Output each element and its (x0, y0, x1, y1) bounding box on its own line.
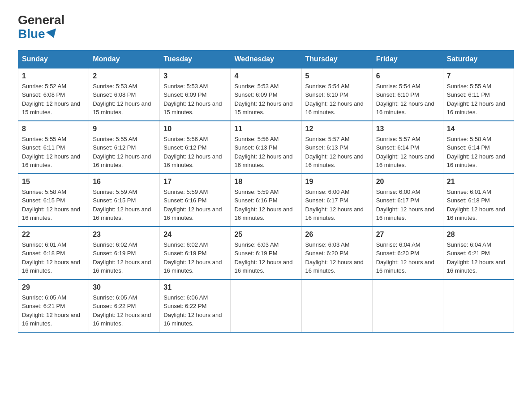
day-info: Sunrise: 5:54 AMSunset: 6:10 PMDaylight:… (376, 83, 434, 116)
calendar-cell: 21 Sunrise: 6:01 AMSunset: 6:18 PMDaylig… (443, 174, 514, 227)
day-info: Sunrise: 6:04 AMSunset: 6:20 PMDaylight:… (376, 241, 434, 274)
day-number: 15 (22, 178, 85, 186)
day-number: 16 (93, 178, 156, 186)
calendar-week-row: 29 Sunrise: 6:05 AMSunset: 6:21 PMDaylig… (18, 279, 514, 332)
header-sunday: Sunday (18, 50, 89, 68)
day-info: Sunrise: 5:54 AMSunset: 6:10 PMDaylight:… (305, 83, 364, 116)
calendar-cell: 15 Sunrise: 5:58 AMSunset: 6:15 PMDaylig… (18, 174, 89, 227)
header-tuesday: Tuesday (160, 50, 231, 68)
day-number: 22 (22, 231, 85, 239)
day-number: 13 (376, 125, 439, 133)
day-number: 12 (305, 125, 369, 133)
calendar-cell: 6 Sunrise: 5:54 AMSunset: 6:10 PMDayligh… (372, 68, 443, 121)
calendar-cell: 3 Sunrise: 5:53 AMSunset: 6:09 PMDayligh… (160, 68, 231, 121)
day-info: Sunrise: 5:53 AMSunset: 6:09 PMDaylight:… (163, 83, 222, 116)
day-number: 28 (447, 231, 510, 239)
calendar-cell: 10 Sunrise: 5:56 AMSunset: 6:12 PMDaylig… (160, 121, 231, 174)
day-info: Sunrise: 6:03 AMSunset: 6:20 PMDaylight:… (305, 241, 364, 274)
day-number: 5 (305, 72, 369, 80)
day-number: 6 (376, 72, 439, 80)
calendar-cell: 14 Sunrise: 5:58 AMSunset: 6:14 PMDaylig… (443, 121, 514, 174)
day-info: Sunrise: 5:59 AMSunset: 6:16 PMDaylight:… (163, 188, 222, 222)
calendar-cell (301, 279, 372, 332)
day-info: Sunrise: 5:53 AMSunset: 6:08 PMDaylight:… (93, 83, 151, 116)
calendar-cell: 28 Sunrise: 6:04 AMSunset: 6:21 PMDaylig… (443, 227, 514, 279)
day-info: Sunrise: 6:01 AMSunset: 6:18 PMDaylight:… (22, 241, 80, 274)
day-number: 25 (234, 231, 297, 239)
calendar-cell: 18 Sunrise: 5:59 AMSunset: 6:16 PMDaylig… (231, 174, 301, 227)
day-number: 29 (22, 283, 85, 291)
day-info: Sunrise: 5:55 AMSunset: 6:11 PMDaylight:… (447, 83, 505, 116)
calendar-cell: 4 Sunrise: 5:53 AMSunset: 6:09 PMDayligh… (231, 68, 301, 121)
calendar-cell: 12 Sunrise: 5:57 AMSunset: 6:13 PMDaylig… (301, 121, 372, 174)
calendar-cell: 9 Sunrise: 5:55 AMSunset: 6:12 PMDayligh… (89, 121, 160, 174)
page-header: General Blue (18, 13, 514, 41)
header-friday: Friday (372, 50, 443, 68)
day-number: 9 (93, 125, 156, 133)
calendar-cell: 30 Sunrise: 6:05 AMSunset: 6:22 PMDaylig… (89, 279, 160, 332)
calendar-week-row: 1 Sunrise: 5:52 AMSunset: 6:08 PMDayligh… (18, 68, 514, 121)
calendar-cell (231, 279, 301, 332)
calendar-cell: 23 Sunrise: 6:02 AMSunset: 6:19 PMDaylig… (89, 227, 160, 279)
calendar-cell: 13 Sunrise: 5:57 AMSunset: 6:14 PMDaylig… (372, 121, 443, 174)
calendar-cell: 7 Sunrise: 5:55 AMSunset: 6:11 PMDayligh… (443, 68, 514, 121)
calendar-cell: 26 Sunrise: 6:03 AMSunset: 6:20 PMDaylig… (301, 227, 372, 279)
day-number: 20 (376, 178, 439, 186)
calendar-cell: 8 Sunrise: 5:55 AMSunset: 6:11 PMDayligh… (18, 121, 89, 174)
day-number: 31 (163, 283, 227, 291)
calendar-cell (372, 279, 443, 332)
header-saturday: Saturday (443, 50, 514, 68)
calendar-cell: 25 Sunrise: 6:03 AMSunset: 6:19 PMDaylig… (231, 227, 301, 279)
calendar-week-row: 15 Sunrise: 5:58 AMSunset: 6:15 PMDaylig… (18, 174, 514, 227)
day-info: Sunrise: 5:53 AMSunset: 6:09 PMDaylight:… (234, 83, 292, 116)
calendar-cell: 16 Sunrise: 5:59 AMSunset: 6:15 PMDaylig… (89, 174, 160, 227)
calendar-cell: 1 Sunrise: 5:52 AMSunset: 6:08 PMDayligh… (18, 68, 89, 121)
day-number: 10 (163, 125, 227, 133)
day-number: 8 (22, 125, 85, 133)
day-info: Sunrise: 6:00 AMSunset: 6:17 PMDaylight:… (376, 188, 434, 222)
day-info: Sunrise: 6:00 AMSunset: 6:17 PMDaylight:… (305, 188, 364, 222)
calendar-table: Sunday Monday Tuesday Wednesday Thursday… (18, 50, 514, 333)
day-number: 3 (163, 72, 227, 80)
day-number: 27 (376, 231, 439, 239)
calendar-cell: 31 Sunrise: 6:06 AMSunset: 6:22 PMDaylig… (160, 279, 231, 332)
day-info: Sunrise: 5:55 AMSunset: 6:11 PMDaylight:… (22, 136, 80, 169)
logo-triangle-icon (46, 29, 59, 40)
day-number: 18 (234, 178, 297, 186)
day-info: Sunrise: 5:58 AMSunset: 6:15 PMDaylight:… (22, 188, 80, 222)
header-monday: Monday (89, 50, 160, 68)
day-number: 17 (163, 178, 227, 186)
day-info: Sunrise: 5:56 AMSunset: 6:13 PMDaylight:… (234, 136, 292, 169)
logo-general-text: General (18, 13, 64, 27)
calendar-cell: 27 Sunrise: 6:04 AMSunset: 6:20 PMDaylig… (372, 227, 443, 279)
calendar-cell: 11 Sunrise: 5:56 AMSunset: 6:13 PMDaylig… (231, 121, 301, 174)
calendar-cell: 24 Sunrise: 6:02 AMSunset: 6:19 PMDaylig… (160, 227, 231, 279)
day-info: Sunrise: 5:57 AMSunset: 6:13 PMDaylight:… (305, 136, 364, 169)
calendar-cell: 29 Sunrise: 6:05 AMSunset: 6:21 PMDaylig… (18, 279, 89, 332)
day-info: Sunrise: 6:03 AMSunset: 6:19 PMDaylight:… (234, 241, 292, 274)
logo: General Blue (18, 13, 64, 41)
day-number: 21 (447, 178, 510, 186)
calendar-cell: 17 Sunrise: 5:59 AMSunset: 6:16 PMDaylig… (160, 174, 231, 227)
calendar-cell (443, 279, 514, 332)
logo-blue-text: Blue (18, 27, 64, 41)
header-thursday: Thursday (301, 50, 372, 68)
day-number: 7 (447, 72, 510, 80)
day-number: 11 (234, 125, 297, 133)
day-info: Sunrise: 5:59 AMSunset: 6:16 PMDaylight:… (234, 188, 292, 222)
calendar-cell: 2 Sunrise: 5:53 AMSunset: 6:08 PMDayligh… (89, 68, 160, 121)
day-info: Sunrise: 6:02 AMSunset: 6:19 PMDaylight:… (93, 241, 151, 274)
day-info: Sunrise: 6:01 AMSunset: 6:18 PMDaylight:… (447, 188, 505, 222)
calendar-cell: 5 Sunrise: 5:54 AMSunset: 6:10 PMDayligh… (301, 68, 372, 121)
day-info: Sunrise: 6:05 AMSunset: 6:22 PMDaylight:… (93, 294, 151, 327)
day-info: Sunrise: 6:04 AMSunset: 6:21 PMDaylight:… (447, 241, 505, 274)
day-number: 26 (305, 231, 369, 239)
day-info: Sunrise: 5:57 AMSunset: 6:14 PMDaylight:… (376, 136, 434, 169)
day-number: 2 (93, 72, 156, 80)
day-info: Sunrise: 5:58 AMSunset: 6:14 PMDaylight:… (447, 136, 505, 169)
day-number: 19 (305, 178, 369, 186)
calendar-cell: 19 Sunrise: 6:00 AMSunset: 6:17 PMDaylig… (301, 174, 372, 227)
calendar-week-row: 8 Sunrise: 5:55 AMSunset: 6:11 PMDayligh… (18, 121, 514, 174)
day-number: 4 (234, 72, 297, 80)
day-info: Sunrise: 5:52 AMSunset: 6:08 PMDaylight:… (22, 83, 80, 116)
